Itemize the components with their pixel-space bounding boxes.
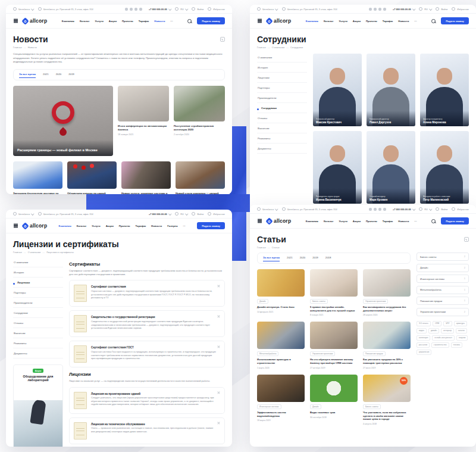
article-card[interactable]: 50%Бизнес советыЧто учитывать, если вы с… — [363, 375, 411, 425]
tag[interactable]: управление — [416, 350, 431, 355]
certificate-thumbnail[interactable] — [74, 285, 87, 302]
license-card[interactable]: Лицензия на проектирование зданий Следуе… — [69, 387, 225, 414]
sidebar-item-history[interactable]: История — [257, 63, 307, 73]
nav-more[interactable]: ··· — [170, 20, 173, 23]
nav-tariffs[interactable]: Тарифы — [383, 20, 393, 23]
nav-company[interactable]: Компания — [306, 220, 318, 223]
tag[interactable]: онлайн-консультант — [432, 335, 455, 341]
nav-tariffs[interactable]: Тарифы — [383, 220, 393, 223]
breadcrumb-home[interactable]: Главная — [257, 46, 266, 49]
expand-icon[interactable] — [217, 345, 220, 348]
breadcrumb-about[interactable]: О компании — [22, 251, 40, 254]
nav-services[interactable]: Услуги — [339, 220, 347, 223]
article-card[interactable]: Повышение продажКак увеличить продажи на… — [363, 322, 411, 369]
license-card[interactable]: Лицензия на техническое обслуживание Охо… — [69, 417, 225, 444]
sidebar-item-licenses[interactable]: Лицензии — [257, 73, 307, 83]
login-link[interactable]: Войти — [192, 7, 203, 11]
instagram-icon[interactable] — [374, 208, 377, 211]
nav-news[interactable]: Новости — [398, 20, 409, 23]
sidebar-item-history[interactable]: История — [13, 267, 63, 278]
allcorp-logo[interactable]: allcorp — [267, 18, 291, 24]
sidebar-item-vacancies[interactable]: Вакансии — [257, 123, 307, 133]
burger-menu-icon[interactable] — [14, 20, 18, 21]
nav-promos[interactable]: Акции — [353, 20, 361, 23]
submit-request-button[interactable]: Подать заявку — [197, 17, 225, 24]
nav-more[interactable]: ··· — [183, 225, 186, 227]
nav-company[interactable]: Компания — [62, 20, 74, 23]
submit-request-button[interactable]: Подать заявку — [197, 222, 225, 229]
expand-icon[interactable] — [217, 391, 220, 394]
allcorp-logo[interactable]: allcorp — [23, 223, 47, 229]
article-card[interactable]: Бизнес советы5 правил настройки онлайн-к… — [310, 269, 358, 316]
news-card[interactable]: Новый стиль компании — свежий взгляд на … — [176, 161, 225, 194]
breadcrumb-about[interactable]: О компании — [266, 46, 284, 49]
sidebar-item-vacancies[interactable]: Вакансии — [13, 328, 63, 338]
sidebar-item-requisites[interactable]: Реквизиты — [13, 338, 63, 348]
phone-link[interactable]: +7 000 000-00-00 — [393, 8, 415, 11]
nav-services[interactable]: Услуги — [95, 20, 104, 23]
news-card[interactable]: Итоги конференции по автоматизации бизне… — [118, 86, 169, 156]
favorites-link[interactable]: Избранное — [208, 212, 225, 216]
youtube-icon[interactable] — [383, 208, 386, 211]
rss-icon[interactable] — [464, 237, 469, 242]
breadcrumb-home[interactable]: Главная — [13, 46, 22, 49]
nav-projects[interactable]: Проекты — [366, 220, 377, 223]
sidebar-item-employees[interactable]: Сотрудники — [257, 103, 307, 113]
nav-company[interactable]: Компания — [306, 20, 318, 23]
nav-gallery[interactable]: Галерея — [167, 225, 177, 227]
sidebar-item-licenses[interactable]: Лицензии — [13, 278, 63, 288]
search-icon[interactable] — [431, 219, 436, 223]
filter-2020[interactable]: 2020 — [300, 256, 306, 261]
lang-selector[interactable]: RU — [419, 207, 431, 211]
rss-icon[interactable] — [220, 37, 225, 42]
tag[interactable]: техника — [451, 342, 463, 348]
featured-news-card[interactable]: Расширяем границы — новый филиал в Москв… — [13, 86, 113, 156]
nav-company[interactable]: Компания — [59, 225, 71, 227]
certificate-card[interactable]: Сертификат соответствия ГОСТ Охранные си… — [69, 341, 225, 367]
nav-news[interactable]: Новости — [151, 225, 162, 227]
license-thumbnail[interactable] — [74, 422, 87, 439]
article-category[interactable]: Управление проектами — [363, 299, 388, 304]
instagram-icon[interactable] — [130, 8, 133, 11]
telegram-icon[interactable] — [378, 8, 381, 11]
article-category[interactable]: Дизайн — [257, 299, 268, 304]
tag[interactable]: CRM — [433, 321, 441, 326]
sidebar-item-employees[interactable]: Сотрудники — [13, 308, 63, 318]
article-category[interactable]: Управление проектами — [310, 351, 335, 356]
tag[interactable]: дизайн — [428, 328, 439, 333]
burger-menu-icon[interactable] — [14, 225, 18, 226]
certificate-thumbnail[interactable] — [74, 345, 87, 363]
article-category[interactable]: Дизайн — [310, 404, 321, 409]
nav-promos[interactable]: Акции — [353, 220, 361, 223]
tag[interactable]: каталог — [456, 328, 467, 333]
favorites-link[interactable]: Избранное — [208, 7, 225, 11]
employee-card[interactable]: Руководитель отдела продажИрина Василенч… — [313, 131, 362, 204]
allcorp-logo[interactable]: allcorp — [267, 218, 291, 224]
sidebar-item-reviews[interactable]: Отзывы — [257, 113, 307, 123]
nav-tariffs[interactable]: Тарифы — [136, 225, 146, 227]
breadcrumb-home[interactable]: Главная — [257, 246, 266, 249]
employee-card[interactable]: Старший менеджерМарк Кромин — [367, 131, 415, 204]
city-selector[interactable]: Челябинск — [257, 7, 278, 11]
sidebar-item-manufacturers[interactable]: Производители — [13, 298, 63, 308]
city-selector[interactable]: Челябинск — [13, 7, 34, 11]
nav-services[interactable]: Услуги — [339, 20, 347, 23]
vk-icon[interactable] — [369, 208, 372, 211]
sidebar-item-requisites[interactable]: Реквизиты — [257, 133, 307, 144]
article-category[interactable]: Бизнес советы — [310, 299, 328, 304]
category-filter[interactable]: Бизнес советы2 — [416, 253, 469, 261]
article-category[interactable]: Бизнес советы — [363, 404, 381, 409]
lang-selector[interactable]: RU — [419, 7, 431, 11]
nav-news[interactable]: Новости — [154, 20, 165, 23]
nav-more[interactable]: ··· — [414, 20, 416, 23]
telegram-icon[interactable] — [378, 208, 381, 211]
login-link[interactable]: Войти — [192, 212, 203, 216]
nav-promos[interactable]: Акции — [109, 20, 117, 23]
tag[interactable]: интерьер — [441, 328, 454, 333]
sidebar-promo-banner[interactable]: Акция Оборудование для лабораторий — [13, 364, 63, 447]
tag[interactable]: ЧПУ — [443, 321, 452, 326]
nav-news[interactable]: Новости — [398, 220, 409, 223]
article-card[interactable]: МеталлообработкаИспользование арматуры в… — [257, 322, 305, 369]
category-filter[interactable]: Металлообработка1 — [416, 286, 469, 294]
filter-2019[interactable]: 2019 — [68, 73, 74, 77]
